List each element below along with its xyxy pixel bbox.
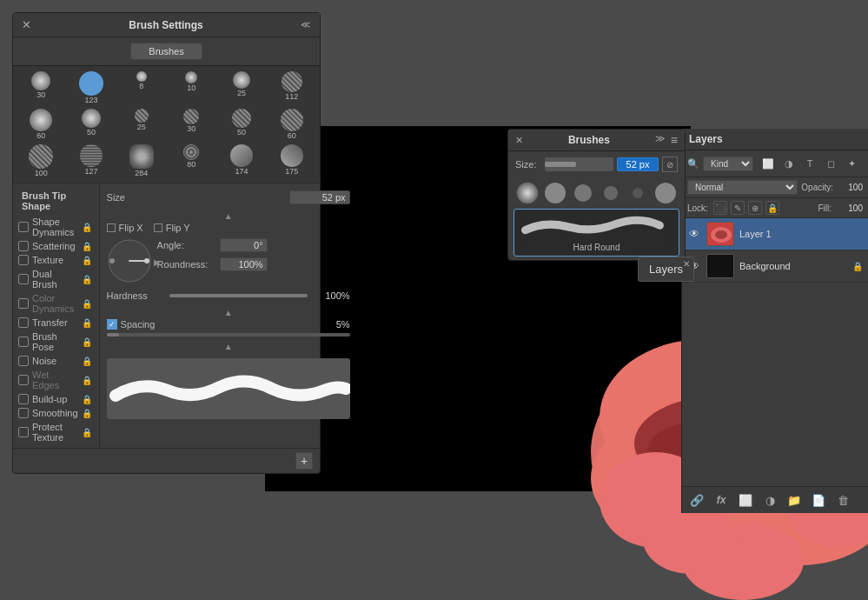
float-brush-circle-4[interactable] <box>599 181 623 205</box>
brush-preset-1[interactable]: 30 <box>17 70 66 106</box>
brush-preset-7[interactable]: 60 <box>17 107 66 142</box>
panel-title: Brush Settings <box>129 19 202 31</box>
spacing-checkbox[interactable] <box>107 319 117 330</box>
brush-preset-5[interactable]: 25 <box>217 70 267 106</box>
flip-row: Flip X Flip Y <box>107 223 350 233</box>
brush-preset-14[interactable]: 127 <box>67 143 116 179</box>
layer1-eye-icon[interactable]: 👁 <box>687 227 701 241</box>
noise-checkbox[interactable] <box>18 356 29 366</box>
sidebar-brush-pose[interactable]: Brush Pose 🔒 <box>13 330 99 354</box>
lock-position-btn[interactable]: ✎ <box>731 201 745 215</box>
close-icon[interactable]: ✕ <box>22 18 31 31</box>
float-brush-circle-2[interactable] <box>543 181 567 205</box>
layer-filter-shape-icon[interactable]: ◻ <box>823 156 838 171</box>
hardness-value: 100% <box>311 290 350 301</box>
lock-all-btn[interactable]: 🔒 <box>765 201 779 215</box>
layer-filter-type-icon[interactable]: T <box>802 156 818 171</box>
collapse-icon[interactable]: ≪ <box>301 19 311 30</box>
brush-preset-6[interactable]: 112 <box>267 70 316 106</box>
float-controls: ≫ ≡ <box>655 133 678 147</box>
float-brush-circle-6[interactable] <box>653 181 678 205</box>
layers-kind-select[interactable]: Kind <box>703 157 753 171</box>
panel-content: Brush Tip Shape Shape Dynamics 🔒 Scatter… <box>13 183 320 448</box>
sidebar-dual-brush[interactable]: Dual Brush 🔒 <box>13 267 99 291</box>
float-menu-icon[interactable]: ≡ <box>671 133 678 147</box>
float-size-slider[interactable] <box>545 157 613 171</box>
flip-y-checkbox[interactable] <box>154 223 162 232</box>
brush-preset-15[interactable]: 284 <box>116 143 166 179</box>
layers-panel-title: Layers <box>682 129 868 150</box>
size-up-arrow[interactable] <box>107 210 350 223</box>
brush-preset-9[interactable]: 25 <box>116 107 166 142</box>
angle-input[interactable] <box>220 238 268 252</box>
folder-icon[interactable]: 📁 <box>785 490 804 510</box>
brush-preset-13[interactable]: 100 <box>17 143 66 179</box>
brush-preset-2[interactable]: 123 <box>67 70 116 106</box>
brush-preset-4[interactable]: 10 <box>167 70 216 106</box>
brush-preset-8[interactable]: 50 <box>67 107 116 142</box>
brush-preset-10[interactable]: 30 <box>167 107 216 142</box>
float-collapse-icon[interactable]: ≫ <box>655 133 666 147</box>
brush-preset-12[interactable]: 60 <box>267 107 316 142</box>
float-size-input[interactable] <box>617 157 659 171</box>
new-layer-icon[interactable]: 📄 <box>809 490 828 510</box>
sidebar-wet-edges[interactable]: Wet Edges 🔒 <box>13 368 99 392</box>
sidebar-smoothing[interactable]: Smoothing 🔒 <box>13 406 99 420</box>
adjustment-icon[interactable]: ◑ <box>760 490 779 510</box>
texture-checkbox[interactable] <box>18 255 29 265</box>
sidebar-scattering[interactable]: Scattering 🔒 <box>13 239 99 253</box>
float-brush-circle-5[interactable] <box>626 181 650 205</box>
sidebar-texture[interactable]: Texture 🔒 <box>13 253 99 267</box>
brush-preset-3[interactable]: 8 <box>116 70 166 106</box>
float-brush-circle-1[interactable] <box>515 181 540 205</box>
sidebar-protect-texture[interactable]: Protect Texture 🔒 <box>13 420 99 444</box>
float-brush-circle-3[interactable] <box>571 181 595 205</box>
layer-filter-smart-icon[interactable]: ✦ <box>844 156 859 171</box>
lock-pixels-btn[interactable]: ⬛ <box>713 201 727 215</box>
layer-item-background[interactable]: 👁 Background 🔒 <box>682 250 868 283</box>
fx-button[interactable]: fx <box>712 490 731 510</box>
float-paint-icon[interactable]: ⊘ <box>662 157 678 172</box>
sidebar-color-dynamics[interactable]: Color Dynamics 🔒 <box>13 291 99 316</box>
add-mask-icon[interactable]: ⬜ <box>736 490 755 510</box>
roundness-input[interactable] <box>220 257 268 271</box>
float-title: Brushes <box>568 134 610 146</box>
brush-pose-checkbox[interactable] <box>18 337 29 347</box>
flip-x-checkbox[interactable] <box>107 223 116 232</box>
brush-preset-11[interactable]: 50 <box>217 107 267 142</box>
hardness-slider[interactable] <box>169 294 308 297</box>
wet-edges-checkbox[interactable] <box>18 375 29 385</box>
delete-layer-icon[interactable]: 🗑 <box>833 490 852 510</box>
color-dynamics-checkbox[interactable] <box>18 298 29 309</box>
brush-preset-18[interactable]: 175 <box>267 143 316 179</box>
shape-dynamics-checkbox[interactable] <box>18 222 29 232</box>
brush-preset-17[interactable]: 174 <box>217 143 267 179</box>
hardness-down-arrow[interactable]: ▲ <box>107 306 350 319</box>
layer-item-layer1[interactable]: 👁 Layer 1 <box>682 218 868 250</box>
background-thumbnail <box>706 254 734 278</box>
size-input[interactable] <box>289 190 350 204</box>
transfer-checkbox[interactable] <box>18 317 29 328</box>
link-layers-icon[interactable]: 🔗 <box>687 490 706 510</box>
angle-circle-svg[interactable] <box>107 238 152 283</box>
spacing-slider-track[interactable] <box>107 333 350 337</box>
sidebar-shape-dynamics[interactable]: Shape Dynamics 🔒 <box>13 215 99 239</box>
protect-texture-checkbox[interactable] <box>18 427 29 437</box>
smoothing-checkbox[interactable] <box>18 408 29 418</box>
float-close-icon[interactable]: ✕ <box>515 135 523 146</box>
blend-mode-select[interactable]: Normal <box>687 180 798 195</box>
layers-popup-close[interactable]: ✕ <box>683 259 690 269</box>
brushes-button[interactable]: Brushes <box>130 43 202 60</box>
spacing-down-arrow[interactable]: ▲ <box>107 340 350 353</box>
dual-brush-checkbox[interactable] <box>18 274 29 284</box>
add-button[interactable]: + <box>295 452 313 470</box>
scattering-checkbox[interactable] <box>18 241 29 251</box>
sidebar-noise[interactable]: Noise 🔒 <box>13 354 99 368</box>
sidebar-build-up[interactable]: Build-up 🔒 <box>13 392 99 406</box>
build-up-checkbox[interactable] <box>18 394 29 404</box>
layer-filter-adj-icon[interactable]: ◑ <box>781 156 797 171</box>
layer-filter-pixel-icon[interactable]: ⬜ <box>760 156 776 171</box>
sidebar-transfer[interactable]: Transfer 🔒 <box>13 316 99 330</box>
lock-artboard-btn[interactable]: ⊕ <box>748 201 762 215</box>
brush-preset-16[interactable]: 80 <box>167 143 216 179</box>
